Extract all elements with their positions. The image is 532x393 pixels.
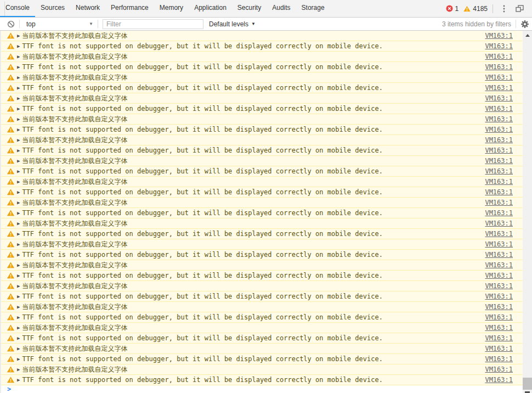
expand-triangle-icon[interactable]: ▶ xyxy=(17,221,20,226)
console-warning-row: ▶ 当前版本暂不支持此加载自定义字体 VM163:1 xyxy=(0,52,523,62)
source-location-link[interactable]: VM163:1 xyxy=(485,63,513,71)
expand-triangle-icon[interactable]: ▶ xyxy=(17,273,20,278)
vertical-scrollbar[interactable] xyxy=(523,31,532,393)
expand-triangle-icon[interactable]: ▶ xyxy=(17,377,20,383)
tab-network[interactable]: Network xyxy=(70,0,105,17)
expand-triangle-icon[interactable]: ▶ xyxy=(17,325,20,330)
expand-triangle-icon[interactable]: ▶ xyxy=(17,335,20,341)
expand-triangle-icon[interactable]: ▶ xyxy=(17,210,20,216)
source-location-link[interactable]: VM163:1 xyxy=(485,42,513,50)
source-location-link[interactable]: VM163:1 xyxy=(485,115,513,123)
source-location-link[interactable]: VM163:1 xyxy=(485,167,513,175)
expand-triangle-icon[interactable]: ▶ xyxy=(17,252,20,257)
source-location-link[interactable]: VM163:1 xyxy=(485,240,513,248)
scrollbar-thumb[interactable] xyxy=(523,378,532,390)
source-location-link[interactable]: VM163:1 xyxy=(485,282,513,290)
source-location-link[interactable]: VM163:1 xyxy=(485,324,513,332)
expand-triangle-icon[interactable]: ▶ xyxy=(17,85,20,91)
tab-memory[interactable]: Memory xyxy=(154,0,189,17)
tab-sources[interactable]: Sources xyxy=(35,0,70,17)
source-location-link[interactable]: VM163:1 xyxy=(485,74,513,81)
console-message-text: TTF font is not supported on debugger, b… xyxy=(22,272,382,279)
expand-triangle-icon[interactable]: ▶ xyxy=(17,294,20,299)
console-warning-row: ▶ 当前版本暂不支持此加载自定义字体 VM163:1 xyxy=(0,93,523,104)
expand-triangle-icon[interactable]: ▶ xyxy=(17,43,20,49)
source-location-link[interactable]: VM163:1 xyxy=(485,293,513,300)
expand-triangle-icon[interactable]: ▶ xyxy=(17,231,20,237)
overflow-menu-icon[interactable] xyxy=(498,3,510,15)
source-location-link[interactable]: VM163:1 xyxy=(485,188,513,196)
console-warning-row: ▶ 当前版本暂不支持此加载自定义字体 VM163:1 xyxy=(0,31,523,41)
context-selector[interactable]: top ▼ xyxy=(22,20,98,28)
gear-icon[interactable] xyxy=(520,20,529,29)
source-location-link[interactable]: VM163:1 xyxy=(485,313,513,321)
source-location-link[interactable]: VM163:1 xyxy=(485,105,513,113)
expand-triangle-icon[interactable]: ▶ xyxy=(17,346,20,351)
hidden-items-note: 3 items hidden by filters xyxy=(442,20,511,28)
expand-triangle-icon[interactable]: ▶ xyxy=(17,33,20,38)
log-levels-dropdown[interactable]: Default levels ▼ xyxy=(209,20,256,28)
tab-application[interactable]: Application xyxy=(189,0,232,17)
source-location-link[interactable]: VM163:1 xyxy=(485,366,513,373)
source-location-link[interactable]: VM163:1 xyxy=(485,126,513,133)
console-warning-row: ▶ 当前版本暂不支持此加载自定义字体 VM163:1 xyxy=(0,364,523,375)
console-message-text: 当前版本暂不支持此加载自定义字体 xyxy=(22,198,127,207)
source-location-link[interactable]: VM163:1 xyxy=(485,272,513,279)
source-location-link[interactable]: VM163:1 xyxy=(485,303,513,311)
expand-triangle-icon[interactable]: ▶ xyxy=(17,54,20,59)
expand-triangle-icon[interactable]: ▶ xyxy=(17,96,20,101)
tab-storage[interactable]: Storage xyxy=(296,0,330,17)
tab-security[interactable]: Security xyxy=(232,0,267,17)
source-location-link[interactable]: VM163:1 xyxy=(485,32,513,40)
warning-icon xyxy=(7,126,14,133)
expand-triangle-icon[interactable]: ▶ xyxy=(17,158,20,164)
source-location-link[interactable]: VM163:1 xyxy=(485,251,513,259)
source-location-link[interactable]: VM163:1 xyxy=(485,209,513,217)
source-location-link[interactable]: VM163:1 xyxy=(485,220,513,227)
warning-icon xyxy=(7,304,14,310)
source-location-link[interactable]: VM163:1 xyxy=(485,355,513,363)
source-location-link[interactable]: VM163:1 xyxy=(485,136,513,144)
expand-triangle-icon[interactable]: ▶ xyxy=(17,106,20,111)
tab-console[interactable]: Console xyxy=(0,0,35,17)
expand-triangle-icon[interactable]: ▶ xyxy=(17,116,20,122)
devtools-window: Console Sources Network Performance Memo… xyxy=(0,0,532,393)
expand-triangle-icon[interactable]: ▶ xyxy=(17,367,20,372)
source-location-link[interactable]: VM163:1 xyxy=(485,84,513,92)
source-location-link[interactable]: VM163:1 xyxy=(485,334,513,342)
expand-triangle-icon[interactable]: ▶ xyxy=(17,127,20,132)
source-location-link[interactable]: VM163:1 xyxy=(485,94,513,102)
expand-triangle-icon[interactable]: ▶ xyxy=(17,169,20,174)
dock-side-icon[interactable] xyxy=(513,3,525,15)
filter-input[interactable] xyxy=(103,19,203,29)
source-location-link[interactable]: VM163:1 xyxy=(485,147,513,154)
source-location-link[interactable]: VM163:1 xyxy=(485,345,513,352)
source-location-link[interactable]: VM163:1 xyxy=(485,178,513,186)
source-location-link[interactable]: VM163:1 xyxy=(485,157,513,165)
source-location-link[interactable]: VM163:1 xyxy=(485,261,513,269)
source-location-link[interactable]: VM163:1 xyxy=(485,53,513,60)
expand-triangle-icon[interactable]: ▶ xyxy=(17,75,20,80)
expand-triangle-icon[interactable]: ▶ xyxy=(17,200,20,205)
source-location-link[interactable]: VM163:1 xyxy=(485,230,513,238)
expand-triangle-icon[interactable]: ▶ xyxy=(17,148,20,153)
expand-triangle-icon[interactable]: ▶ xyxy=(17,315,20,320)
console-prompt-row[interactable]: > xyxy=(0,385,523,393)
console-warning-row: ▶ 当前版本暂不支持此加载自定义字体 VM163:1 xyxy=(0,302,523,312)
source-location-link[interactable]: VM163:1 xyxy=(485,376,513,384)
expand-triangle-icon[interactable]: ▶ xyxy=(17,189,20,195)
expand-triangle-icon[interactable]: ▶ xyxy=(17,64,20,70)
expand-triangle-icon[interactable]: ▶ xyxy=(17,356,20,362)
scrollbar-up-button[interactable] xyxy=(523,31,532,40)
expand-triangle-icon[interactable]: ▶ xyxy=(17,242,20,247)
source-location-link[interactable]: VM163:1 xyxy=(485,199,513,206)
tab-audits[interactable]: Audits xyxy=(267,0,296,17)
clear-console-icon[interactable] xyxy=(7,20,15,28)
console-message-text: TTF font is not supported on debugger, b… xyxy=(22,167,382,175)
expand-triangle-icon[interactable]: ▶ xyxy=(17,304,20,310)
expand-triangle-icon[interactable]: ▶ xyxy=(17,283,20,289)
expand-triangle-icon[interactable]: ▶ xyxy=(17,179,20,184)
tab-performance[interactable]: Performance xyxy=(105,0,154,17)
expand-triangle-icon[interactable]: ▶ xyxy=(17,262,20,268)
expand-triangle-icon[interactable]: ▶ xyxy=(17,137,20,143)
